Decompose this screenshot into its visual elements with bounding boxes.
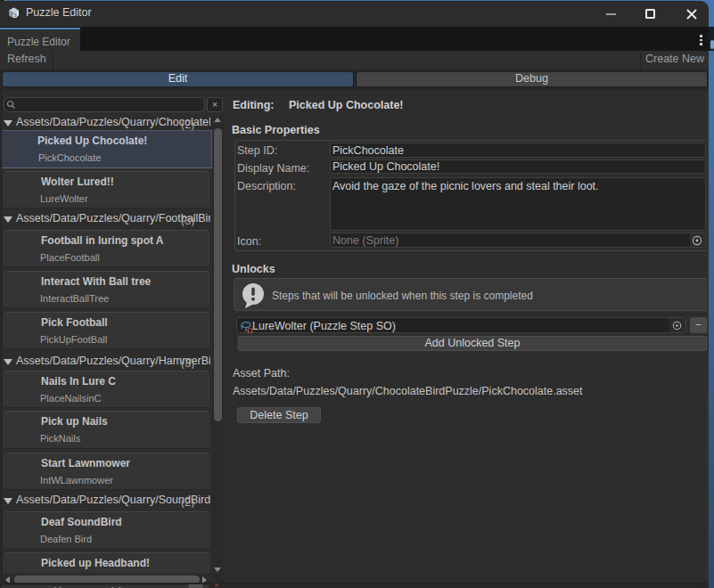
svg-text:8: 8 [14, 12, 17, 18]
